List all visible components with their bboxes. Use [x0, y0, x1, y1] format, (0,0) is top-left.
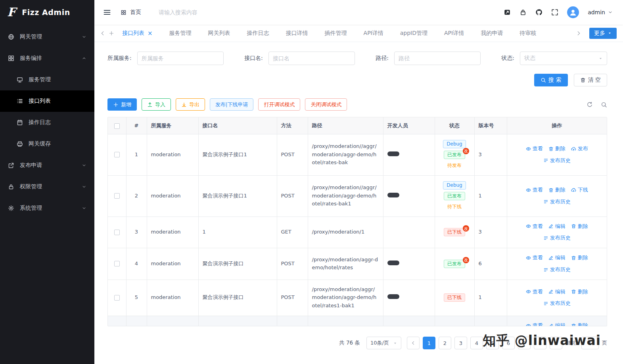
tab-label: API详情	[444, 30, 464, 37]
publish-history-link[interactable]: 发布历史	[543, 157, 571, 165]
page-1-button[interactable]: 1	[423, 337, 435, 349]
publish-history-link[interactable]: 发布历史	[543, 299, 571, 308]
cell-method: GET	[277, 216, 308, 248]
tab-4[interactable]: 接口详情	[286, 30, 308, 37]
delete-link[interactable]: 删除	[548, 145, 565, 153]
publish-history-link[interactable]: 发布历史	[543, 234, 571, 242]
sidebar-item-3[interactable]: 权限管理	[0, 176, 94, 197]
status-filter-select[interactable]: 状态	[520, 52, 607, 65]
delete-link[interactable]: 删除	[571, 288, 588, 296]
service-filter-input[interactable]	[137, 52, 224, 65]
offline-link[interactable]: 下线	[571, 186, 588, 194]
select-all-checkbox[interactable]	[114, 123, 120, 129]
next-page-button[interactable]	[550, 337, 562, 349]
goto-page-input[interactable]	[581, 337, 599, 349]
view-link[interactable]: 查看	[526, 288, 543, 296]
export-button[interactable]: 导出	[176, 98, 205, 111]
tabs-scroll-left-icon[interactable]	[100, 31, 105, 36]
view-link[interactable]: 查看	[526, 145, 543, 153]
global-search-input[interactable]	[159, 9, 250, 15]
close-debug-mode-button[interactable]: 关闭调试模式	[305, 98, 347, 111]
tab-label: 我的申请	[481, 30, 503, 37]
sidebar-item-1[interactable]: 服务编排	[0, 48, 94, 69]
more-button[interactable]: 更多	[589, 28, 617, 39]
delete-link[interactable]: 删除	[571, 254, 588, 262]
path-filter-input[interactable]	[394, 52, 481, 65]
menu-label: 操作日志	[29, 119, 51, 126]
edit-link[interactable]: 编辑	[548, 322, 565, 326]
developer-redacted-blob	[387, 193, 399, 197]
delete-link[interactable]: 删除	[571, 222, 588, 231]
delete-link[interactable]: 删除	[548, 186, 565, 194]
sidebar-item-2[interactable]: 发布申请	[0, 155, 94, 176]
table-search-icon[interactable]	[601, 102, 607, 108]
open-debug-mode-button[interactable]: 打开调试模式	[258, 98, 300, 111]
fullscreen-icon[interactable]	[551, 9, 558, 16]
tab-8[interactable]: API详情	[444, 30, 464, 37]
add-button[interactable]: 新增	[107, 98, 137, 111]
cell-service: moderation	[147, 134, 198, 175]
sidebar-item-4[interactable]: 系统管理	[0, 197, 94, 219]
add-tab-icon[interactable]	[109, 31, 114, 36]
tab-0[interactable]: 接口列表×	[122, 30, 153, 37]
menu-toggle-icon[interactable]	[103, 8, 111, 16]
row-checkbox[interactable]	[114, 152, 120, 157]
view-link[interactable]: 查看	[526, 254, 543, 262]
search-button[interactable]: 搜 索	[534, 74, 567, 86]
sidebar-subitem-1-2[interactable]: 操作日志	[0, 112, 94, 133]
logo[interactable]: F Fizz Admin	[0, 0, 94, 25]
user-menu[interactable]: admin	[588, 9, 613, 15]
view-link[interactable]: 查看	[526, 222, 543, 231]
close-icon[interactable]: ×	[148, 30, 153, 37]
menu-label: 系统管理	[20, 205, 42, 212]
chevron-down-icon	[82, 184, 86, 189]
import-button[interactable]: 导入	[142, 98, 171, 111]
lock-icon[interactable]	[519, 9, 527, 16]
prev-page-button[interactable]	[407, 337, 420, 349]
tab-6[interactable]: API详情	[364, 30, 383, 37]
refresh-icon[interactable]	[587, 102, 593, 108]
api-name-filter-input[interactable]	[268, 52, 355, 65]
status-badge: 已发布改	[444, 260, 465, 268]
row-checkbox[interactable]	[114, 230, 120, 235]
tab-10[interactable]: 待审核	[519, 30, 536, 37]
row-checkbox[interactable]	[114, 295, 120, 301]
page-4-button[interactable]: 4	[470, 337, 483, 349]
page-7-button[interactable]: 7	[518, 337, 531, 349]
page-size-select[interactable]: 10条/页	[366, 337, 401, 349]
sidebar-subitem-1-3[interactable]: 网关缓存	[0, 133, 94, 155]
home-breadcrumb[interactable]: 首页	[121, 9, 141, 16]
clear-button[interactable]: 清 空	[574, 74, 607, 86]
edit-link[interactable]: 编辑	[548, 254, 565, 262]
page-3-button[interactable]: 3	[454, 337, 467, 349]
screen-capture-icon[interactable]	[504, 9, 511, 16]
page-5-button[interactable]: 5	[486, 337, 499, 349]
sidebar-item-0[interactable]: 网关管理	[0, 26, 94, 48]
page-2-button[interactable]: 2	[439, 337, 451, 349]
view-link[interactable]: 查看	[526, 322, 543, 326]
sidebar-subitem-1-1[interactable]: 接口列表	[0, 90, 94, 112]
publish-history-link[interactable]: 发布历史	[543, 198, 571, 206]
publish-link[interactable]: 发布	[571, 145, 588, 153]
tabs-scroll-right-icon[interactable]	[576, 31, 581, 36]
edit-link[interactable]: 编辑	[548, 288, 565, 296]
github-icon[interactable]	[535, 9, 542, 16]
tab-2[interactable]: 网关列表	[208, 30, 230, 37]
page-8-button[interactable]: 8	[534, 337, 546, 349]
tab-3[interactable]: 操作日志	[247, 30, 269, 37]
publish-history-link[interactable]: 发布历史	[543, 266, 571, 274]
avatar[interactable]	[567, 6, 579, 18]
tab-9[interactable]: 我的申请	[481, 30, 503, 37]
tab-7[interactable]: appID管理	[400, 30, 427, 37]
tab-5[interactable]: 插件管理	[325, 30, 347, 37]
sidebar-subitem-1-0[interactable]: 服务管理	[0, 69, 94, 90]
view-link[interactable]: 查看	[526, 186, 543, 194]
row-checkbox[interactable]	[114, 261, 120, 266]
edit-link[interactable]: 编辑	[548, 222, 565, 231]
page-6-button[interactable]: 6	[502, 337, 515, 349]
publish-offline-request-button[interactable]: 发布|下线申请	[210, 98, 253, 111]
row-checkbox[interactable]	[114, 193, 120, 199]
delete-link[interactable]: 删除	[571, 322, 588, 326]
status-filter-label: 状态:	[501, 55, 514, 62]
tab-1[interactable]: 服务管理	[169, 30, 192, 37]
